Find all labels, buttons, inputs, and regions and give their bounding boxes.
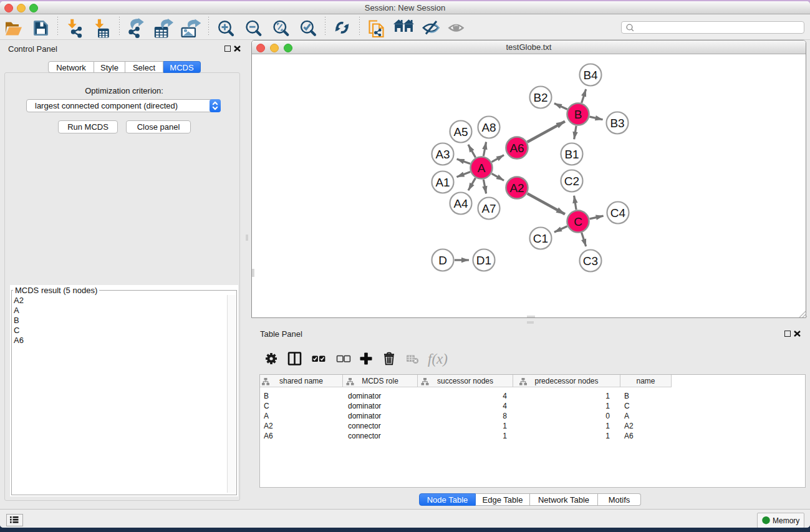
svg-text:A8: A8 (481, 121, 496, 134)
svg-text:A5: A5 (453, 125, 468, 138)
svg-text:B3: B3 (610, 117, 624, 130)
svg-text:D1: D1 (476, 254, 491, 267)
svg-text:A1: A1 (435, 176, 450, 189)
svg-text:f(x): f(x) (428, 351, 448, 367)
svg-text:B2: B2 (533, 91, 547, 104)
svg-text:A2: A2 (509, 181, 524, 195)
svg-text:C2: C2 (564, 175, 579, 188)
svg-text:B4: B4 (583, 69, 598, 82)
svg-text:C: C (574, 215, 582, 228)
svg-text:C1: C1 (533, 232, 548, 245)
svg-text:B1: B1 (564, 148, 579, 161)
svg-text:A4: A4 (453, 197, 468, 210)
svg-text:A6: A6 (509, 142, 524, 155)
svg-text:C4: C4 (610, 206, 626, 220)
svg-text:C3: C3 (583, 254, 598, 268)
svg-text:B: B (574, 108, 582, 121)
svg-text:D: D (438, 254, 447, 267)
svg-text:A7: A7 (481, 202, 496, 215)
svg-text:A3: A3 (435, 148, 450, 161)
svg-text:A: A (478, 162, 486, 175)
svg-text:Memory: Memory (773, 516, 799, 525)
